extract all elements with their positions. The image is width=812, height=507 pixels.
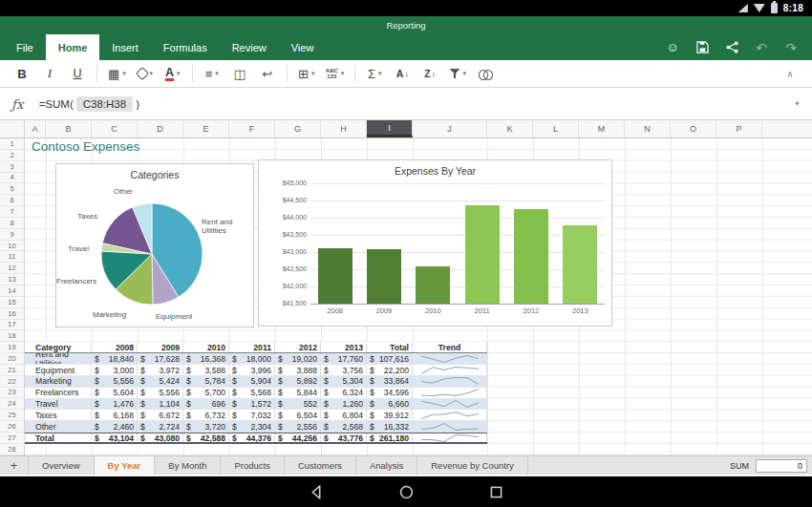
ribbon-tab-review[interactable]: Review (220, 34, 279, 60)
row-header-15[interactable]: 15 (0, 297, 24, 308)
row-header-21[interactable]: 21 (0, 365, 24, 376)
recent-apps-button[interactable] (484, 482, 507, 501)
number-format-button[interactable]: ABC123▾ (326, 62, 345, 85)
row-header-13[interactable]: 13 (0, 274, 24, 285)
column-header-d[interactable]: D (138, 120, 183, 137)
underline-button[interactable]: U (69, 62, 86, 85)
column-header-k[interactable]: K (487, 120, 533, 137)
ribbon-tab-insert[interactable]: Insert (99, 34, 151, 60)
column-header-l[interactable]: L (533, 120, 579, 137)
column-header-j[interactable]: J (413, 120, 487, 137)
row-header-10[interactable]: 10 (0, 241, 24, 252)
row-header-18[interactable]: 18 (0, 330, 24, 342)
column-header-i[interactable]: I (367, 120, 413, 137)
sheet-tab-analysis[interactable]: Analysis (356, 456, 417, 475)
ribbon-tab-formulas[interactable]: Formulas (151, 34, 220, 60)
row-header-16[interactable]: 16 (0, 308, 24, 320)
row-header-8[interactable]: 8 (0, 218, 24, 229)
find-button[interactable] (477, 62, 494, 85)
row-header-7[interactable]: 7 (0, 206, 24, 218)
column-header-b[interactable]: B (46, 120, 92, 137)
row-header-4[interactable]: 4 (0, 173, 24, 184)
fill-color-button[interactable]: ▾ (137, 62, 154, 85)
column-header-f[interactable]: F (229, 120, 275, 137)
categories-pie-chart[interactable]: Categories Rent and UtilitiesEquipmentMa… (55, 163, 254, 327)
autosum-button[interactable]: Σ▾ (366, 62, 383, 85)
home-button[interactable] (395, 482, 417, 501)
row-header-2[interactable]: 2 (0, 150, 24, 161)
table-row-equipment[interactable]: Equipment$3,000$3,972$3,588$3,996$3,888$… (25, 365, 487, 376)
sort-ascending-button[interactable]: A↓ (394, 62, 411, 85)
sort-descending-button[interactable]: Z↓ (421, 62, 438, 85)
table-row-freelancers[interactable]: Freelancers$5,604$5,556$5,700$5,568$5,84… (25, 388, 487, 399)
spreadsheet-grid[interactable]: ABCDEFGHIJKLMNOP 12345678910111213141516… (0, 120, 812, 455)
back-button[interactable] (305, 482, 328, 501)
table-row-other[interactable]: Other$2,460$2,724$3,720$2,304$2,556$2,56… (25, 421, 487, 433)
row-header-1[interactable]: 1 (0, 138, 24, 150)
column-header-a[interactable]: A (25, 120, 46, 137)
alignment-button[interactable]: ≡▾ (203, 62, 221, 85)
sheet-tab-revenue-by-country[interactable]: Revenue by Country (417, 456, 528, 475)
redo-icon[interactable]: ↷ (783, 40, 799, 55)
bar-2011[interactable] (465, 205, 500, 305)
undo-icon[interactable]: ↶ (754, 40, 769, 55)
bar-2013[interactable] (563, 225, 597, 304)
expense-table[interactable]: Category200820092010201120122013TotalTre… (25, 342, 487, 444)
bar-2008[interactable] (318, 248, 353, 304)
row-header-9[interactable]: 9 (0, 229, 24, 241)
save-icon[interactable] (694, 40, 710, 55)
column-header-p[interactable]: P (716, 120, 762, 137)
sheet-tab-by-month[interactable]: By Month (155, 456, 221, 475)
row-header-19[interactable]: 19 (0, 342, 24, 353)
ribbon-tab-view[interactable]: View (279, 34, 327, 60)
row-header-23[interactable]: 23 (0, 388, 24, 399)
row-header-6[interactable]: 6 (0, 195, 24, 206)
ribbon-tab-home[interactable]: Home (46, 34, 100, 60)
italic-button[interactable]: I (41, 62, 58, 85)
row-header-28[interactable]: 28 (0, 444, 24, 455)
bold-button[interactable]: B (13, 62, 31, 85)
select-all-corner[interactable] (0, 120, 25, 137)
column-header-c[interactable]: C (92, 120, 138, 137)
row-header-25[interactable]: 25 (0, 410, 24, 421)
formula-input[interactable]: =SUM( C38:H38 ) (39, 96, 139, 112)
formula-bar-expand-button[interactable]: ▼ (794, 100, 801, 107)
collapse-ribbon-button[interactable]: ∧ (781, 62, 799, 85)
row-header-22[interactable]: 22 (0, 376, 24, 388)
ribbon-tab-file[interactable]: File (4, 34, 46, 60)
filter-button[interactable]: ▾ (449, 62, 466, 85)
column-header-n[interactable]: N (625, 120, 671, 137)
column-header-h[interactable]: H (321, 120, 367, 137)
bar-2009[interactable] (367, 249, 401, 304)
row-header-12[interactable]: 12 (0, 263, 24, 274)
bar-2010[interactable] (416, 266, 450, 304)
column-header-e[interactable]: E (183, 120, 229, 137)
share-icon[interactable] (724, 40, 739, 55)
wrap-text-button[interactable]: ↩ (259, 62, 276, 85)
row-header-11[interactable]: 11 (0, 251, 24, 263)
row-header-24[interactable]: 24 (0, 398, 24, 410)
formula-bar[interactable]: ƒx =SUM( C38:H38 ) ▼ (0, 88, 812, 120)
column-header-o[interactable]: O (671, 120, 716, 137)
sheet-tab-by-year[interactable]: By Year (95, 456, 156, 475)
column-header-m[interactable]: M (579, 120, 625, 137)
formula-range-reference[interactable]: C38:H38 (76, 96, 133, 112)
row-header-20[interactable]: 20 (0, 353, 24, 365)
sheet-heading-cell[interactable]: Contoso Expenses (32, 139, 139, 154)
row-header-17[interactable]: 17 (0, 320, 24, 331)
sheet-tab-customers[interactable]: Customers (285, 456, 356, 475)
table-row-taxes[interactable]: Taxes$6,168$6,672$6,732$7,032$6,504$6,80… (25, 410, 487, 421)
insert-cells-button[interactable]: ⊞▾ (298, 62, 315, 85)
merge-center-button[interactable]: ◫ (231, 62, 248, 85)
row-header-3[interactable]: 3 (0, 161, 24, 173)
table-row-total[interactable]: Total$43,104$43,080$42,588$44,376$44,256… (25, 433, 487, 444)
row-header-5[interactable]: 5 (0, 183, 24, 195)
feedback-smiley-icon[interactable]: ☺ (665, 40, 680, 55)
sheet-tab-overview[interactable]: Overview (29, 456, 95, 475)
bar-2012[interactable] (514, 209, 548, 304)
table-row-rent-and-utilities[interactable]: Rent and Utilities$18,840$17,628$16,368$… (25, 353, 487, 365)
column-header-g[interactable]: G (275, 120, 321, 137)
font-color-button[interactable]: A▾ (164, 62, 182, 85)
sheet-tab-products[interactable]: Products (221, 456, 285, 475)
borders-button[interactable]: ▦▾ (108, 62, 126, 85)
